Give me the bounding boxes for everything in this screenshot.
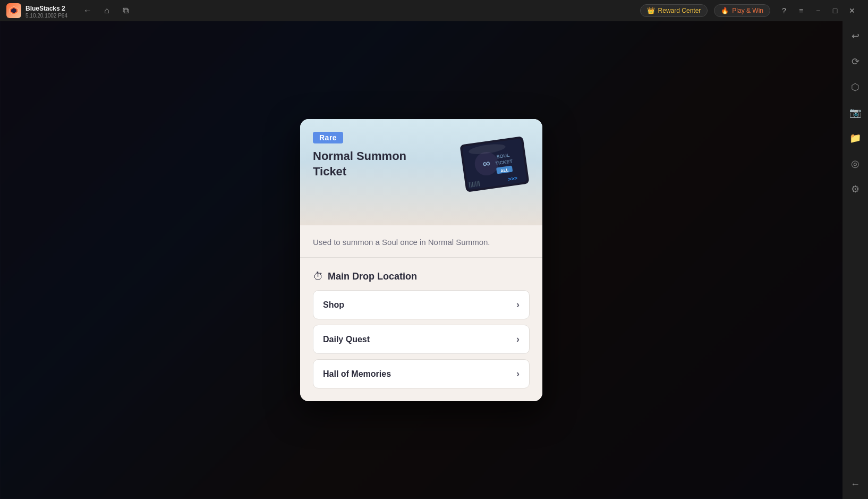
daily-quest-location-button[interactable]: Daily Quest › bbox=[313, 325, 530, 354]
play-win-button[interactable]: 🔥 Play & Win bbox=[714, 4, 770, 17]
item-image: ∞ SOUL TICKET ALL bbox=[457, 130, 532, 199]
item-header: Rare Normal Summon Ticket ∞ bbox=[300, 119, 542, 225]
hall-of-memories-location-button[interactable]: Hall of Memories › bbox=[313, 359, 530, 388]
drop-title: ⏱ Main Drop Location bbox=[313, 270, 530, 283]
windows-button[interactable]: ⧉ bbox=[118, 3, 133, 18]
sidebar-icon-7[interactable]: ⚙ bbox=[847, 181, 864, 198]
item-description-text: Used to summon a Soul once in Normal Sum… bbox=[313, 236, 530, 249]
titlebar-left: BlueStacks 2 5.10.20.1002 P64 ← ⌂ ⧉ bbox=[0, 3, 632, 19]
daily-quest-label: Daily Quest bbox=[323, 335, 370, 344]
play-win-label: Play & Win bbox=[732, 7, 763, 14]
content-area: Rare Normal Summon Ticket ∞ bbox=[0, 21, 843, 499]
daily-quest-chevron-icon: › bbox=[516, 334, 520, 345]
sidebar-icon-6[interactable]: ◎ bbox=[847, 155, 864, 172]
divider bbox=[300, 257, 542, 258]
drop-location-icon: ⏱ bbox=[313, 270, 324, 283]
help-button[interactable]: ? bbox=[777, 3, 792, 18]
right-sidebar: ↩ ⟳ ⬡ 📷 📁 ◎ ⚙ ← bbox=[843, 21, 868, 499]
titlebar: BlueStacks 2 5.10.20.1002 P64 ← ⌂ ⧉ 👑 Re… bbox=[0, 0, 868, 21]
sidebar-icon-4[interactable]: 📷 bbox=[847, 104, 864, 121]
item-detail-modal: Rare Normal Summon Ticket ∞ bbox=[300, 119, 542, 401]
close-button[interactable]: ✕ bbox=[845, 3, 860, 18]
menu-button[interactable]: ≡ bbox=[794, 3, 809, 18]
maximize-button[interactable]: □ bbox=[828, 3, 843, 18]
app-name: BlueStacks 2 bbox=[25, 5, 65, 12]
shop-label: Shop bbox=[323, 300, 344, 310]
sidebar-icon-1[interactable]: ↩ bbox=[847, 28, 864, 45]
titlebar-right: 👑 Reward Center 🔥 Play & Win ? ≡ − □ ✕ bbox=[632, 3, 868, 18]
play-win-fire-icon: 🔥 bbox=[721, 7, 729, 14]
hall-of-memories-chevron-icon: › bbox=[516, 368, 520, 379]
shop-location-button[interactable]: Shop › bbox=[313, 290, 530, 319]
app-title-block: BlueStacks 2 5.10.20.1002 P64 bbox=[25, 3, 67, 19]
titlebar-controls: ? ≡ − □ ✕ bbox=[777, 3, 860, 18]
reward-crown-icon: 👑 bbox=[647, 7, 655, 14]
titlebar-nav: ← ⌂ ⧉ bbox=[80, 3, 133, 18]
sidebar-icon-3[interactable]: ⬡ bbox=[847, 79, 864, 96]
reward-center-label: Reward Center bbox=[658, 7, 701, 14]
item-name-line2: Ticket bbox=[313, 165, 346, 178]
drop-section: ⏱ Main Drop Location Shop › Daily Quest … bbox=[300, 266, 542, 401]
app-version: 5.10.20.1002 P64 bbox=[25, 13, 67, 19]
svg-text:∞: ∞ bbox=[482, 157, 491, 170]
sidebar-icon-5[interactable]: 📁 bbox=[847, 130, 864, 147]
drop-section-title: Main Drop Location bbox=[328, 271, 417, 282]
bluestacks-logo bbox=[6, 3, 21, 18]
sidebar-icon-bottom[interactable]: ← bbox=[847, 476, 864, 493]
item-name-line1: Normal Summon bbox=[313, 149, 406, 163]
ticket-icon: ∞ SOUL TICKET ALL bbox=[457, 130, 532, 199]
home-button[interactable]: ⌂ bbox=[99, 3, 114, 18]
back-button[interactable]: ← bbox=[80, 3, 95, 18]
reward-center-button[interactable]: 👑 Reward Center bbox=[640, 4, 708, 17]
minimize-button[interactable]: − bbox=[811, 3, 826, 18]
svg-line-12 bbox=[472, 182, 473, 187]
hall-of-memories-label: Hall of Memories bbox=[323, 369, 391, 379]
svg-line-16 bbox=[479, 181, 479, 186]
shop-chevron-icon: › bbox=[516, 299, 520, 310]
item-description-section: Used to summon a Soul once in Normal Sum… bbox=[300, 225, 542, 257]
rarity-badge: Rare bbox=[313, 132, 343, 143]
sidebar-icon-2[interactable]: ⟳ bbox=[847, 53, 864, 70]
